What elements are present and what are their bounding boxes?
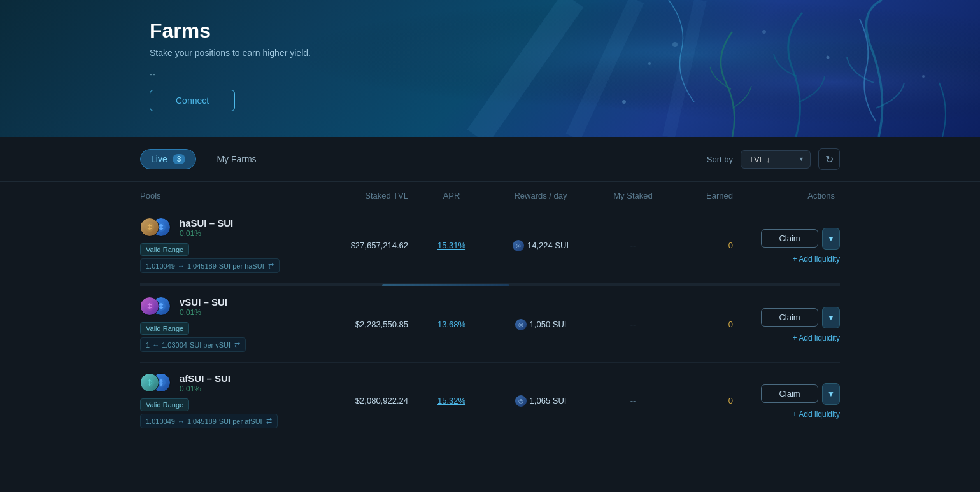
tab-live[interactable]: Live 3 [140, 149, 196, 169]
dropdown-button-afsui[interactable]: ▼ [822, 383, 840, 405]
valid-range-row-hasui: 1.010049 ↔ 1.045189 SUI per haSUI ⇄ [140, 258, 280, 273]
rewards-vsui: ◎ 1,050 SUI [490, 319, 592, 330]
claim-button-hasui[interactable]: Claim [761, 229, 818, 248]
actions-afsui: Claim ▼ + Add liquidity [738, 383, 840, 419]
swap-icon-hasui: ⇄ [268, 262, 274, 270]
table-row: haSUI – SUI 0.01% Valid Range 1.010049 ↔… [140, 207, 840, 284]
actions-row-vsui: Claim ▼ [761, 307, 840, 328]
refresh-button[interactable]: ↻ [818, 148, 840, 170]
svg-rect-1 [0, 0, 980, 137]
valid-range-badge-vsui: Valid Range [140, 322, 189, 335]
range-max-afsui: 1.045189 [187, 418, 217, 425]
scroll-track [140, 284, 840, 286]
tab-live-label: Live [151, 154, 167, 164]
rewards-value-hasui: 14,224 SUI [527, 241, 569, 250]
apr-afsui[interactable]: 15.32% [413, 396, 490, 405]
svg-point-9 [762, 30, 766, 34]
pool-info-vsui-sui: vSUI – SUI 0.01% Valid Range 1 ↔ 1.03004… [140, 297, 311, 352]
range-arrow-hasui: ↔ [178, 262, 185, 270]
my-staked-afsui: -- [592, 396, 674, 405]
actions-hasui: Claim ▼ + Add liquidity [738, 228, 840, 264]
add-liquidity-afsui[interactable]: + Add liquidity [793, 410, 840, 419]
table-row: afSUI – SUI 0.01% Valid Range 1.010049 ↔… [140, 363, 840, 439]
svg-point-8 [827, 56, 830, 59]
svg-rect-0 [0, 0, 980, 137]
pool-icons-hasui-sui [140, 218, 173, 238]
rewards-afsui: ◎ 1,065 SUI [490, 395, 592, 407]
apr-hasui[interactable]: 15.31% [413, 241, 490, 250]
rewards-hasui: ◎ 14,224 SUI [490, 240, 592, 251]
actions-row-afsui: Claim ▼ [761, 383, 840, 405]
pool-icons-vsui-sui [140, 297, 173, 317]
earned-hasui: 0 [674, 241, 738, 250]
svg-line-2 [478, 0, 573, 137]
sui-reward-icon-2: ◎ [515, 319, 527, 330]
token-icon-afsui [140, 373, 159, 392]
header-staked-tvl: Staked TVL [311, 191, 413, 200]
range-unit-hasui: SUI per haSUI [219, 262, 264, 270]
staked-tvl-afsui: $2,080,922.24 [311, 396, 413, 405]
tab-bar: Live 3 My Farms Sort by TVL ↓ APR ↓ Rewa… [0, 137, 980, 182]
connect-button[interactable]: Connect [150, 90, 235, 111]
hero-divider: -- [150, 69, 311, 80]
pool-name-wrap-vsui: vSUI – SUI 0.01% [180, 297, 227, 317]
chevron-down-icon: ▼ [827, 234, 835, 243]
pool-icons-afsui-sui [140, 373, 173, 393]
earned-afsui: 0 [674, 396, 738, 405]
dropdown-button-vsui[interactable]: ▼ [822, 307, 840, 328]
earned-vsui: 0 [674, 320, 738, 329]
my-staked-vsui: -- [592, 320, 674, 329]
tab-live-badge: 3 [173, 154, 186, 164]
claim-button-afsui[interactable]: Claim [761, 384, 818, 403]
header-earned: Earned [674, 191, 738, 200]
header-my-staked: My Staked [592, 191, 674, 200]
sort-label: Sort by [707, 155, 733, 164]
svg-line-3 [573, 0, 637, 137]
dropdown-button-hasui[interactable]: ▼ [822, 228, 840, 250]
add-liquidity-vsui[interactable]: + Add liquidity [793, 334, 840, 342]
valid-range-badge-hasui: Valid Range [140, 243, 189, 256]
range-arrow-afsui: ↔ [178, 418, 185, 425]
svg-point-10 [922, 75, 925, 78]
pool-fee-hasui: 0.01% [180, 229, 233, 238]
pool-name-wrap-hasui: haSUI – SUI 0.01% [180, 218, 233, 238]
scroll-thumb [382, 284, 509, 286]
svg-point-5 [622, 100, 626, 104]
header-pools: Pools [140, 191, 311, 200]
valid-range-row-afsui: 1.010049 ↔ 1.045189 SUI per afSUI ⇄ [140, 414, 278, 428]
refresh-icon: ↻ [825, 153, 834, 165]
range-arrow-vsui: ↔ [152, 341, 159, 349]
range-unit-afsui: SUI per afSUI [219, 418, 262, 425]
rewards-value-vsui: 1,050 SUI [530, 320, 567, 329]
range-max-vsui: 1.03004 [162, 341, 187, 349]
tab-my-farms[interactable]: My Farms [204, 150, 269, 169]
table-header: Pools Staked TVL APR Rewards / day My St… [140, 182, 840, 207]
svg-point-6 [648, 62, 651, 65]
header-actions: Actions [738, 191, 840, 200]
farms-table: Pools Staked TVL APR Rewards / day My St… [0, 182, 980, 439]
add-liquidity-hasui[interactable]: + Add liquidity [793, 255, 840, 264]
actions-vsui: Claim ▼ + Add liquidity [738, 307, 840, 342]
hero-subtitle: Stake your positions to earn higher yiel… [150, 48, 311, 58]
staked-tvl-hasui: $27,657,214.62 [311, 241, 413, 250]
pool-info-afsui-sui: afSUI – SUI 0.01% Valid Range 1.010049 ↔… [140, 373, 311, 428]
hero-section: Farms Stake your positions to earn highe… [0, 0, 980, 137]
swap-icon-afsui: ⇄ [266, 417, 272, 425]
range-max-hasui: 1.045189 [187, 262, 217, 270]
apr-vsui[interactable]: 13.68% [413, 320, 490, 329]
pool-name-hasui: haSUI – SUI [180, 218, 233, 228]
main-content: Live 3 My Farms Sort by TVL ↓ APR ↓ Rewa… [0, 137, 980, 492]
chevron-down-icon-2: ▼ [827, 313, 835, 322]
pool-fee-vsui: 0.01% [180, 308, 227, 317]
valid-range-badge-afsui: Valid Range [140, 398, 189, 411]
page-title: Farms [150, 19, 311, 43]
swap-icon-vsui: ⇄ [234, 341, 240, 349]
my-staked-hasui: -- [592, 241, 674, 250]
token-icon-hasui [140, 218, 159, 237]
valid-range-row-vsui: 1 ↔ 1.03004 SUI per vSUI ⇄ [140, 337, 246, 352]
sort-select[interactable]: TVL ↓ APR ↓ Rewards ↓ [741, 150, 811, 169]
staked-tvl-vsui: $2,283,550.85 [311, 320, 413, 329]
svg-line-4 [669, 0, 700, 137]
claim-button-vsui[interactable]: Claim [761, 308, 818, 327]
header-apr: APR [413, 191, 490, 200]
